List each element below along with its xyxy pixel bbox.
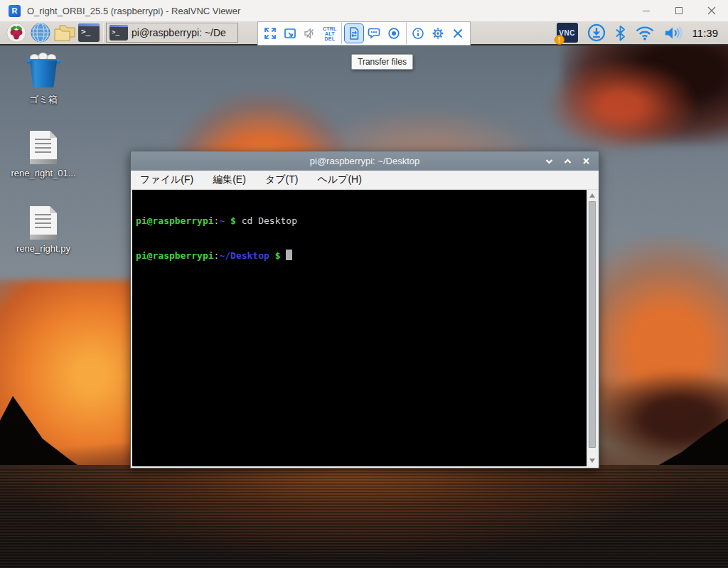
volume-icon	[664, 26, 683, 41]
desktop-icon-file[interactable]: rene_right_01...	[3, 131, 84, 178]
terminal-icon: >_	[109, 25, 128, 41]
app-titlebar[interactable]: R O_right_ORBI_25.5 (raspberrypi) - Real…	[0, 0, 728, 21]
vnc-server-tray-button[interactable]: VNC !	[557, 23, 578, 43]
file-manager-launcher[interactable]	[53, 22, 77, 43]
pi-menu-button[interactable]	[4, 22, 28, 43]
terminal-close-button[interactable]	[580, 155, 592, 167]
water	[0, 465, 728, 568]
settings-button[interactable]	[429, 23, 448, 43]
vnc-toolbar: CTRLALTDEL	[257, 21, 471, 45]
trash-icon	[23, 54, 63, 90]
info-icon	[411, 26, 425, 41]
muted-speaker-icon	[303, 26, 317, 41]
chevron-up-icon	[564, 159, 572, 164]
taskbar-separator	[103, 23, 104, 42]
water-ripples	[0, 469, 728, 568]
terminal-body: pi@raspberrypi:~ $ cd Desktop pi@raspber…	[131, 190, 599, 468]
close-icon	[451, 26, 465, 41]
raspberry-icon	[6, 23, 26, 43]
realvnc-viewer-window: R O_right_ORBI_25.5 (raspberrypi) - Real…	[0, 0, 728, 568]
scaling-button[interactable]	[280, 23, 299, 43]
desktop-icon-label: rene_right.py	[16, 243, 70, 254]
record-icon	[387, 26, 401, 41]
system-tray: VNC !	[557, 23, 728, 43]
chat-button[interactable]	[365, 23, 384, 43]
document-icon	[30, 206, 57, 240]
gear-icon	[431, 26, 445, 41]
close-button[interactable]	[695, 0, 728, 21]
ctrl-alt-del-button[interactable]: CTRLALTDEL	[320, 23, 339, 43]
folder-icon	[53, 23, 76, 43]
desktop-icon-file[interactable]: rene_right.py	[3, 206, 84, 254]
vnc-warning-badge: !	[555, 35, 564, 45]
record-button[interactable]	[385, 23, 404, 43]
terminal-window-controls	[543, 155, 592, 167]
fullscreen-button[interactable]	[260, 23, 279, 43]
menu-edit[interactable]: 編集(E)	[213, 173, 246, 186]
terminal-title: pi@raspberrypi: ~/Desktop	[131, 156, 599, 166]
menu-file[interactable]: ファイル(F)	[140, 173, 193, 186]
bluetooth-icon	[615, 25, 626, 41]
cloud-decoration	[597, 373, 728, 465]
terminal-launcher[interactable]: >_	[77, 22, 101, 43]
tooltip: Transfer files	[351, 54, 413, 70]
menu-tabs[interactable]: タブ(T)	[265, 173, 299, 186]
terminal-cursor	[286, 250, 292, 260]
terminal-minimize-button[interactable]	[543, 155, 555, 167]
mute-button[interactable]	[300, 23, 319, 43]
taskbar-window-label: pi@raspberrypi: ~/De	[132, 27, 226, 38]
disconnect-button[interactable]	[449, 23, 468, 43]
terminal-scrollbar[interactable]	[587, 190, 597, 466]
info-button[interactable]	[409, 23, 428, 43]
updater-tray-button[interactable]	[587, 23, 606, 42]
cloud-decoration	[562, 45, 728, 145]
terminal-titlebar[interactable]: pi@raspberrypi: ~/Desktop	[131, 151, 599, 171]
globe-icon	[31, 23, 50, 43]
bluetooth-tray-button[interactable]	[615, 25, 626, 41]
document-icon	[30, 131, 57, 164]
volume-tray-button[interactable]	[664, 26, 683, 41]
desktop-icon-label: rene_right_01...	[11, 168, 75, 178]
scale-window-icon	[283, 26, 297, 41]
browser-launcher[interactable]	[28, 22, 53, 43]
terminal-maximize-button[interactable]	[562, 155, 574, 167]
clock[interactable]: 11:39	[692, 27, 718, 39]
toolbar-divider	[406, 23, 407, 44]
updates-download-icon	[587, 23, 606, 42]
water-reflection	[0, 465, 728, 568]
fullscreen-icon	[263, 26, 277, 41]
transfer-files-icon	[347, 26, 361, 41]
terminal-screen[interactable]: pi@raspberrypi:~ $ cd Desktop pi@raspber…	[132, 190, 587, 466]
scrollbar-thumb[interactable]	[589, 201, 596, 448]
close-icon	[583, 158, 589, 164]
taskbar-window-button[interactable]: >_ pi@raspberrypi: ~/De	[106, 23, 238, 43]
terminal-menubar: ファイル(F) 編集(E) タブ(T) ヘルプ(H)	[131, 171, 599, 190]
close-icon	[707, 6, 716, 15]
desktop-wallpaper[interactable]: ゴミ箱 rene_right_01... rene_right.py pi@ra…	[0, 45, 728, 568]
mountain-silhouette	[592, 380, 728, 519]
minimize-button[interactable]	[630, 0, 663, 21]
transfer-files-button[interactable]	[344, 23, 363, 43]
realvnc-logo-icon: R	[9, 5, 21, 17]
desktop-icon-label: ゴミ箱	[29, 93, 58, 106]
maximize-icon	[675, 7, 682, 14]
scroll-up-arrow[interactable]	[587, 191, 597, 200]
chat-icon	[367, 26, 381, 41]
terminal-line: pi@raspberrypi:~ $ cd Desktop	[136, 215, 583, 227]
minimize-icon	[643, 11, 650, 11]
scroll-down-arrow[interactable]	[587, 456, 597, 466]
terminal-line: pi@raspberrypi:~/Desktop $	[136, 250, 583, 262]
maximize-button[interactable]	[663, 0, 695, 21]
ctrl-alt-del-icon: CTRLALTDEL	[323, 26, 336, 41]
chevron-down-icon	[545, 159, 553, 164]
wifi-tray-button[interactable]	[635, 26, 655, 41]
cloud-decoration	[547, 60, 697, 152]
terminal-icon: >_	[78, 23, 100, 42]
wifi-icon	[635, 26, 655, 41]
toolbar-divider	[341, 23, 342, 44]
logo-letter: R	[12, 6, 18, 15]
desktop-icon-trash[interactable]: ゴミ箱	[3, 54, 84, 106]
window-controls	[630, 0, 728, 21]
terminal-window: pi@raspberrypi: ~/Desktop ファイル(F) 編集(E)	[130, 151, 599, 468]
menu-help[interactable]: ヘルプ(H)	[317, 173, 361, 186]
